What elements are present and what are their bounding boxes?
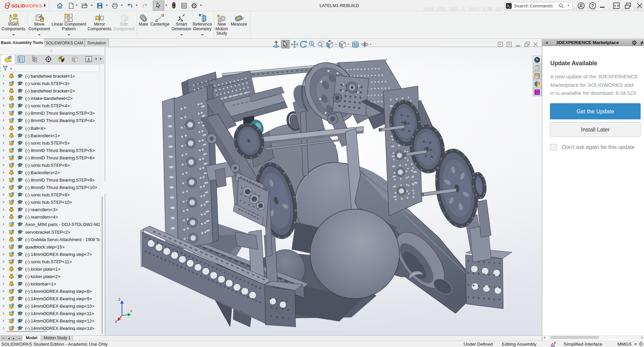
svg-text:Y: Y [130, 310, 132, 313]
svg-text:Z: Z [118, 298, 120, 302]
svg-text:X: X [115, 320, 117, 324]
svg-text:?: ? [591, 3, 594, 8]
svg-text:SOLID: SOLID [11, 3, 25, 8]
svg-text:WORKS: WORKS [25, 3, 42, 8]
